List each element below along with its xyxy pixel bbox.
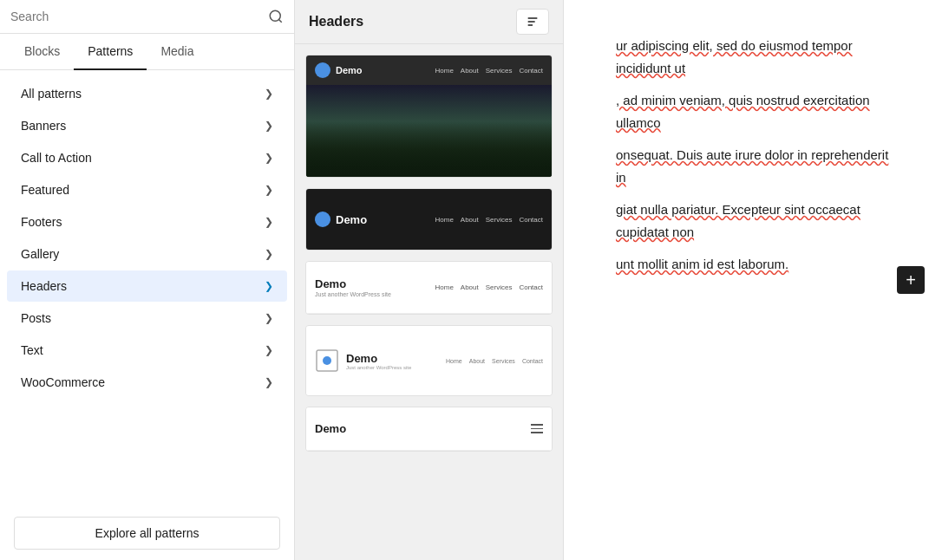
preview-logo-circle: [315, 212, 330, 227]
preview-tagline: Just another WordPress site: [315, 291, 391, 297]
pattern-preview-dark-minimal: Demo Home About Services Contact: [306, 189, 552, 250]
filter-button[interactable]: [516, 9, 549, 35]
sidebar-item-headers[interactable]: Headers ❯: [7, 270, 287, 302]
sidebar-item-footers[interactable]: Footers ❯: [7, 206, 287, 238]
chevron-right-icon: ❯: [265, 152, 273, 164]
preview-nav-links: Home About Services Contact: [435, 216, 543, 224]
nav-list: All patterns ❯ Banners ❯ Call to Action …: [0, 70, 294, 506]
nav-item-label: All patterns: [21, 87, 82, 101]
nav-item-label: Footers: [21, 215, 62, 229]
sidebar: Blocks Patterns Media All patterns ❯ Ban…: [0, 0, 295, 560]
sidebar-item-gallery[interactable]: Gallery ❯: [7, 238, 287, 270]
sidebar-item-woocommerce[interactable]: WooCommerce ❯: [7, 367, 287, 398]
preview-nav-link: Services: [486, 67, 513, 75]
hamburger-line: [531, 432, 543, 433]
preview-logo-text: Demo: [315, 422, 346, 435]
editor-paragraph-1: ur adipiscing elit, sed do eiusmod tempo…: [616, 35, 890, 79]
chevron-right-icon: ❯: [265, 376, 273, 388]
editor-text-fragment: unt mollit anim id est laborum.: [616, 257, 788, 271]
preview-nav-link: About: [469, 358, 485, 364]
sidebar-item-posts[interactable]: Posts ❯: [7, 303, 287, 334]
preview-logo-block: Demo Just another WordPress site: [346, 352, 411, 370]
tab-blocks[interactable]: Blocks: [10, 34, 74, 70]
svg-point-6: [323, 356, 331, 365]
patterns-panel: Headers Demo Home About Services Con: [295, 0, 564, 560]
search-bar: [0, 0, 294, 34]
explore-all-patterns-button[interactable]: Explore all patterns: [14, 517, 280, 550]
nav-item-label: Call to Action: [21, 151, 92, 165]
search-icon: [268, 9, 284, 24]
preview-logo-area: [315, 348, 339, 373]
preview-nav-link: Services: [492, 358, 515, 364]
search-button[interactable]: [268, 9, 284, 24]
tab-bar: Blocks Patterns Media: [0, 34, 294, 70]
sidebar-item-text[interactable]: Text ❯: [7, 335, 287, 366]
chevron-right-icon: ❯: [265, 312, 273, 324]
preview-logo-text: Demo: [315, 277, 391, 290]
chevron-right-icon: ❯: [265, 344, 273, 356]
patterns-title: Headers: [309, 14, 363, 29]
preview-logo-text: Demo: [346, 352, 411, 365]
preview-logo-text: Demo: [336, 65, 363, 75]
preview-nav-bar: Demo Home About Services Contact: [306, 55, 552, 85]
preview-nav-link: Home: [435, 216, 453, 224]
pattern-preview-white-icon: Demo Just another WordPress site Home Ab…: [306, 326, 552, 395]
nav-item-label: Featured: [21, 183, 69, 197]
tab-media[interactable]: Media: [147, 34, 207, 70]
preview-nav-link: Contact: [519, 67, 543, 75]
sidebar-item-all-patterns[interactable]: All patterns ❯: [7, 78, 287, 109]
shirt-icon: [315, 348, 339, 373]
editor-text-fragment: giat nulla pariatur. Excepteur sint occa…: [616, 202, 860, 239]
preview-nav-links: Home About Services Contact: [435, 283, 543, 291]
add-block-button[interactable]: +: [897, 266, 925, 294]
preview-nav-link: About: [461, 67, 479, 75]
hamburger-line: [531, 428, 543, 430]
chevron-right-icon: ❯: [265, 120, 273, 132]
nav-item-label: WooCommerce: [21, 375, 105, 389]
preview-logo-text: Demo: [336, 213, 367, 226]
pattern-preview-white-text: Demo Just another WordPress site Home Ab…: [306, 262, 552, 314]
preview-hamburger-icon: [531, 424, 543, 433]
editor-text-fragment: ur adipiscing elit, sed do eiusmod tempo…: [616, 38, 853, 75]
preview-nav-link: Services: [486, 283, 513, 291]
preview-nav-link: About: [461, 216, 479, 224]
pattern-card-header-5[interactable]: Demo: [305, 407, 553, 452]
preview-nav-links: Home About Services Contact: [446, 358, 543, 364]
pattern-preview-hamburger: Demo: [306, 407, 552, 451]
tab-patterns[interactable]: Patterns: [74, 34, 147, 70]
editor-paragraph-4: giat nulla pariatur. Excepteur sint occa…: [616, 199, 890, 243]
sidebar-item-banners[interactable]: Banners ❯: [7, 110, 287, 141]
chevron-right-icon: ❯: [265, 248, 273, 260]
editor-content: ur adipiscing elit, sed do eiusmod tempo…: [616, 35, 890, 276]
editor-paragraph-2: , ad minim veniam, quis nostrud exercita…: [616, 89, 890, 133]
pattern-card-header-3[interactable]: Demo Just another WordPress site Home Ab…: [305, 261, 553, 315]
nav-item-label: Posts: [21, 311, 51, 325]
chevron-right-icon: ❯: [265, 280, 273, 292]
editor-text-fragment: onsequat. Duis aute irure dolor in repre…: [616, 147, 888, 185]
preview-forest-background: [306, 85, 552, 177]
editor-paragraph-3: onsequat. Duis aute irure dolor in repre…: [616, 144, 890, 188]
filter-icon: [526, 15, 540, 29]
pattern-card-header-2[interactable]: Demo Home About Services Contact: [305, 188, 553, 251]
nav-item-label: Headers: [21, 279, 67, 293]
hamburger-line: [531, 424, 543, 426]
editor-paragraph-5: unt mollit anim id est laborum.: [616, 253, 890, 276]
preview-nav-link: Home: [435, 67, 453, 75]
sidebar-item-featured[interactable]: Featured ❯: [7, 174, 287, 205]
preview-nav-link: About: [461, 283, 479, 291]
preview-tagline: Just another WordPress site: [346, 365, 411, 370]
patterns-list: Demo Home About Services Contact Demo Ho…: [295, 44, 563, 560]
patterns-header: Headers: [295, 0, 563, 44]
svg-line-1: [278, 19, 281, 22]
sidebar-item-call-to-action[interactable]: Call to Action ❯: [7, 142, 287, 173]
preview-nav-link: Contact: [519, 283, 543, 291]
nav-item-label: Banners: [21, 119, 66, 133]
preview-logo-circle: [315, 62, 330, 78]
pattern-card-header-4[interactable]: Demo Just another WordPress site Home Ab…: [305, 325, 553, 396]
nav-item-label: Text: [21, 343, 43, 357]
search-input[interactable]: [10, 10, 261, 23]
pattern-preview-dark-forest: Demo Home About Services Contact: [306, 55, 552, 177]
preview-nav-link: Home: [446, 358, 462, 364]
pattern-card-header-1[interactable]: Demo Home About Services Contact: [305, 55, 553, 178]
nav-item-label: Gallery: [21, 247, 59, 261]
